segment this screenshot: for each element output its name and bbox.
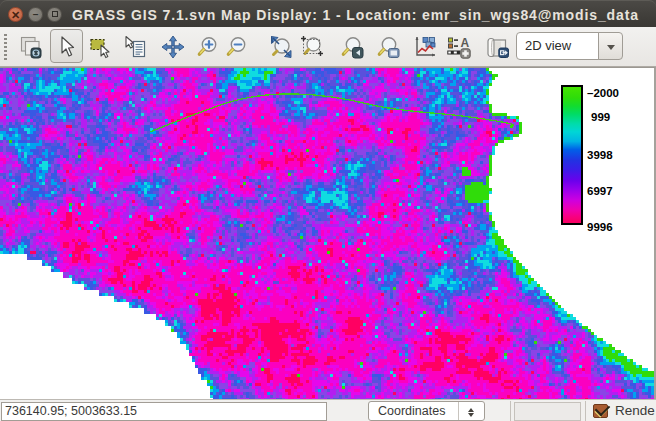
svg-text:A: A: [461, 36, 470, 50]
